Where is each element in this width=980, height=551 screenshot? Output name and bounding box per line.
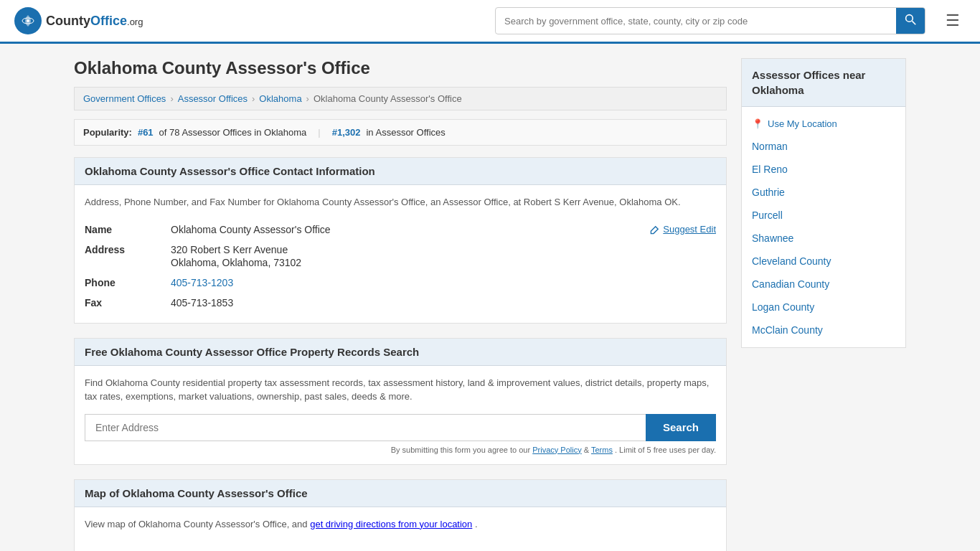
fax-label: Fax bbox=[85, 297, 171, 309]
property-search-desc: Find Oklahoma County residential propert… bbox=[85, 376, 716, 404]
use-my-location-link[interactable]: Use My Location bbox=[768, 118, 837, 129]
breadcrumb-oklahoma[interactable]: Oklahoma bbox=[259, 93, 301, 104]
sidebar-link-0[interactable]: Norman bbox=[752, 141, 788, 152]
global-search-input[interactable] bbox=[496, 10, 896, 32]
phone-value: 405-713-1203 bbox=[171, 277, 716, 288]
sidebar-link-4[interactable]: Shawnee bbox=[752, 232, 793, 244]
address-line1: 320 Robert S Kerr Avenue bbox=[171, 244, 716, 255]
name-value: Oklahoma County Assessor's Office bbox=[171, 224, 650, 235]
map-section: Map of Oklahoma County Assessor's Office… bbox=[74, 479, 727, 552]
contact-section-header: Oklahoma County Assessor's Office Contac… bbox=[75, 158, 726, 185]
global-search-bar bbox=[495, 7, 925, 34]
sidebar-link-2[interactable]: Guthrie bbox=[752, 187, 785, 198]
contact-section: Oklahoma County Assessor's Office Contac… bbox=[74, 157, 727, 324]
popularity-of-text: of 78 Assessor Offices in Oklahoma bbox=[159, 127, 307, 138]
privacy-policy-link[interactable]: Privacy Policy bbox=[532, 446, 581, 454]
breadcrumb-sep-3: › bbox=[306, 93, 309, 104]
sidebar-item-0: Norman bbox=[742, 135, 905, 158]
location-pin-icon: 📍 bbox=[752, 118, 763, 129]
address-search-form: Search bbox=[85, 414, 716, 441]
global-search-button[interactable] bbox=[896, 8, 925, 34]
terms-link[interactable]: Terms bbox=[591, 446, 613, 454]
breadcrumb-assessor-offices[interactable]: Assessor Offices bbox=[178, 93, 248, 104]
sidebar-link-1[interactable]: El Reno bbox=[752, 164, 788, 175]
sidebar-item-7: Logan County bbox=[742, 296, 905, 319]
breadcrumb-sep-1: › bbox=[170, 93, 173, 104]
sidebar-item-6: Canadian County bbox=[742, 273, 905, 296]
sidebar-link-8[interactable]: McClain County bbox=[752, 324, 823, 336]
breadcrumb-sep-2: › bbox=[252, 93, 255, 104]
map-section-body: View map of Oklahoma County Assessor's O… bbox=[75, 507, 726, 552]
sidebar-item-5: Cleveland County bbox=[742, 250, 905, 273]
driving-directions-link[interactable]: get driving directions from your locatio… bbox=[310, 519, 472, 529]
suggest-edit-button[interactable]: Suggest Edit bbox=[650, 224, 716, 235]
popularity-label: Popularity: bbox=[83, 127, 132, 138]
map-description: View map of Oklahoma County Assessor's O… bbox=[85, 517, 716, 532]
use-my-location-item: 📍 Use My Location bbox=[742, 113, 905, 135]
popularity-separator: | bbox=[318, 127, 320, 138]
sidebar-box: Assessor Offices near Oklahoma 📍 Use My … bbox=[741, 58, 906, 348]
contact-name-row: Name Oklahoma County Assessor's Office S… bbox=[85, 220, 716, 240]
svg-point-2 bbox=[27, 19, 29, 22]
sidebar-item-4: Shawnee bbox=[742, 227, 905, 250]
address-value: 320 Robert S Kerr Avenue Oklahoma, Oklah… bbox=[171, 244, 716, 268]
sidebar-items-container: NormanEl RenoGuthriePurcellShawneeClevel… bbox=[742, 135, 905, 342]
logo-text: CountyOffice.org bbox=[46, 14, 143, 29]
svg-line-4 bbox=[912, 21, 915, 24]
logo-link[interactable]: CountyOffice.org bbox=[14, 7, 143, 34]
address-search-input[interactable] bbox=[85, 414, 646, 441]
contact-fax-row: Fax 405-713-1853 bbox=[85, 293, 716, 313]
property-search-section: Free Oklahoma County Assessor Office Pro… bbox=[74, 338, 727, 465]
sidebar-item-1: El Reno bbox=[742, 158, 905, 181]
sidebar-item-8: McClain County bbox=[742, 319, 905, 342]
contact-phone-row: Phone 405-713-1203 bbox=[85, 273, 716, 293]
breadcrumb: Government Offices › Assessor Offices › … bbox=[74, 87, 727, 110]
name-label: Name bbox=[85, 224, 171, 235]
hamburger-menu-button[interactable]: ☰ bbox=[940, 9, 966, 33]
sidebar: Assessor Offices near Oklahoma 📍 Use My … bbox=[741, 58, 906, 551]
sidebar-item-2: Guthrie bbox=[742, 181, 905, 204]
popularity-rank1: #61 bbox=[138, 127, 154, 138]
page-title: Oklahoma County Assessor's Office bbox=[74, 58, 727, 78]
sidebar-link-7[interactable]: Logan County bbox=[752, 301, 814, 313]
sidebar-list: 📍 Use My Location NormanEl RenoGuthriePu… bbox=[742, 107, 905, 347]
breadcrumb-current: Oklahoma County Assessor's Office bbox=[314, 93, 462, 104]
form-disclaimer: By submitting this form you agree to our… bbox=[85, 446, 716, 454]
map-section-header: Map of Oklahoma County Assessor's Office bbox=[75, 480, 726, 507]
logo-icon bbox=[14, 7, 42, 34]
phone-label: Phone bbox=[85, 277, 171, 288]
address-line2: Oklahoma, Oklahoma, 73102 bbox=[171, 257, 716, 268]
property-search-body: Find Oklahoma County residential propert… bbox=[75, 366, 726, 464]
main-content: Oklahoma County Assessor's Office Govern… bbox=[74, 58, 727, 551]
property-search-header: Free Oklahoma County Assessor Office Pro… bbox=[75, 339, 726, 366]
popularity-in-text: in Assessor Offices bbox=[366, 127, 445, 138]
popularity-bar: Popularity: #61 of 78 Assessor Offices i… bbox=[74, 119, 727, 146]
contact-section-body: Address, Phone Number, and Fax Number fo… bbox=[75, 185, 726, 323]
page-container: Oklahoma County Assessor's Office Govern… bbox=[60, 44, 920, 551]
phone-link[interactable]: 405-713-1203 bbox=[171, 277, 233, 288]
sidebar-title: Assessor Offices near Oklahoma bbox=[742, 59, 905, 107]
address-search-button[interactable]: Search bbox=[646, 414, 716, 441]
sidebar-link-5[interactable]: Cleveland County bbox=[752, 255, 831, 267]
svg-point-3 bbox=[906, 15, 913, 22]
sidebar-link-6[interactable]: Canadian County bbox=[752, 278, 829, 290]
address-label: Address bbox=[85, 244, 171, 255]
breadcrumb-gov-offices[interactable]: Government Offices bbox=[83, 93, 166, 104]
popularity-rank2: #1,302 bbox=[332, 127, 361, 138]
fax-value: 405-713-1853 bbox=[171, 297, 716, 309]
contact-address-row: Address 320 Robert S Kerr Avenue Oklahom… bbox=[85, 240, 716, 273]
sidebar-link-3[interactable]: Purcell bbox=[752, 209, 783, 221]
sidebar-item-3: Purcell bbox=[742, 204, 905, 227]
contact-description: Address, Phone Number, and Fax Number fo… bbox=[85, 195, 716, 209]
site-header: CountyOffice.org ☰ bbox=[0, 0, 980, 44]
